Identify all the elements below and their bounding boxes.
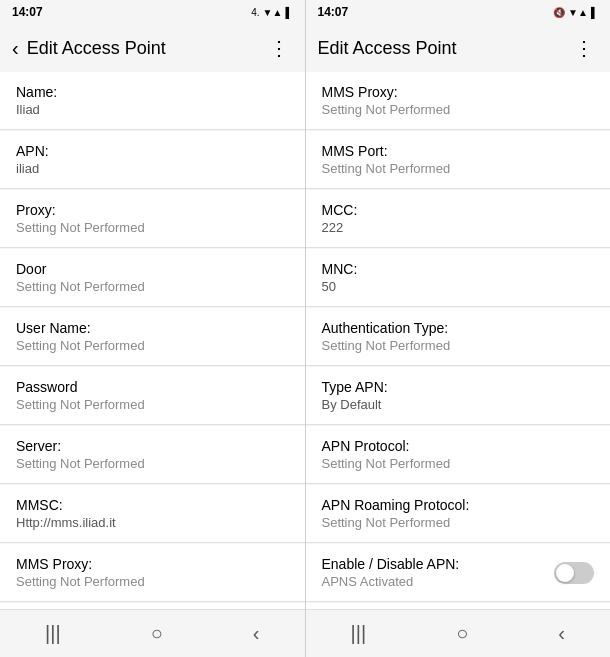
field-door[interactable]: Door Setting Not Performed [0,249,305,307]
toggle-row: Enable / Disable APN: APNS Activated [322,556,595,589]
field-mmsc-label: MMSC: [16,497,289,513]
field-mms-proxy[interactable]: MMS Proxy: Setting Not Performed [0,544,305,602]
back-nav-left[interactable]: ‹ [253,622,260,645]
menu-nav-left[interactable]: ||| [45,622,61,645]
signal-icon-left: 4. [251,7,259,18]
field-enable-apn-value: APNS Activated [322,574,460,589]
field-mcc-label: MCC: [322,202,595,218]
field-apn[interactable]: APN: iliad [0,131,305,189]
field-mms-port-r[interactable]: MMS Port: Setting Not Performed [306,131,611,189]
field-mnc-label: MNC: [322,261,595,277]
field-apn-value: iliad [16,161,289,176]
field-type-apn[interactable]: Type APN: By Default [306,367,611,425]
field-password-value: Setting Not Performed [16,397,289,412]
field-mmsc[interactable]: MMSC: Http://mms.iliad.it [0,485,305,543]
time-right: 14:07 [318,5,349,19]
content-left: Name: Iliad APN: iliad Proxy: Setting No… [0,72,305,609]
field-mcc[interactable]: MCC: 222 [306,190,611,248]
home-nav-left[interactable]: ○ [151,622,163,645]
top-bar-left: ‹ Edit Access Point ⋮ [0,24,305,72]
signal-icon-right: ▼▲ [568,7,588,18]
content-right: MMS Proxy: Setting Not Performed MMS Por… [306,72,611,609]
field-auth-type-value: Setting Not Performed [322,338,595,353]
field-mnc[interactable]: MNC: 50 [306,249,611,307]
home-nav-right[interactable]: ○ [456,622,468,645]
field-password[interactable]: Password Setting Not Performed [0,367,305,425]
field-type-apn-value: By Default [322,397,595,412]
more-menu-right[interactable]: ⋮ [570,32,598,64]
field-apn-roaming-label: APN Roaming Protocol: [322,497,595,513]
field-mms-port-value-r: Setting Not Performed [322,161,595,176]
field-proxy-value: Setting Not Performed [16,220,289,235]
status-bar-right: 14:07 🔇 ▼▲ ▌ [306,0,611,24]
field-name-label: Name: [16,84,289,100]
status-bar-left: 14:07 4. ▼▲ ▌ [0,0,305,24]
field-mms-proxy-label-r: MMS Proxy: [322,84,595,100]
field-auth-type[interactable]: Authentication Type: Setting Not Perform… [306,308,611,366]
battery-icon-left: ▌ [285,7,292,18]
apn-toggle[interactable] [554,562,594,584]
field-proxy[interactable]: Proxy: Setting Not Performed [0,190,305,248]
field-server-value: Setting Not Performed [16,456,289,471]
mute-icon-right: 🔇 [553,7,565,18]
field-apn-roaming-value: Setting Not Performed [322,515,595,530]
enable-apn-text: Enable / Disable APN: APNS Activated [322,556,460,589]
nav-bar-left: ||| ○ ‹ [0,609,305,657]
field-enable-apn-label: Enable / Disable APN: [322,556,460,572]
field-server[interactable]: Server: Setting Not Performed [0,426,305,484]
status-icons-left: 4. ▼▲ ▌ [251,7,292,18]
page-title-right: Edit Access Point [318,38,571,59]
field-door-label: Door [16,261,289,277]
field-password-label: Password [16,379,289,395]
field-mnc-value: 50 [322,279,595,294]
field-mms-proxy-value-r: Setting Not Performed [322,102,595,117]
field-proxy-label: Proxy: [16,202,289,218]
field-username-value: Setting Not Performed [16,338,289,353]
field-mms-port-label-r: MMS Port: [322,143,595,159]
field-apn-protocol-value: Setting Not Performed [322,456,595,471]
battery-icon-right: ▌ [591,7,598,18]
field-server-label: Server: [16,438,289,454]
status-icons-right: 🔇 ▼▲ ▌ [553,7,598,18]
screen-left: 14:07 4. ▼▲ ▌ ‹ Edit Access Point ⋮ Name… [0,0,305,657]
screen-right: 14:07 🔇 ▼▲ ▌ Edit Access Point ⋮ MMS Pro… [305,0,611,657]
back-button-left[interactable]: ‹ [12,37,19,60]
field-auth-type-label: Authentication Type: [322,320,595,336]
field-door-value: Setting Not Performed [16,279,289,294]
top-bar-right: Edit Access Point ⋮ [306,24,611,72]
field-mms-proxy-value: Setting Not Performed [16,574,289,589]
field-apn-label: APN: [16,143,289,159]
field-mms-proxy-label: MMS Proxy: [16,556,289,572]
field-apn-roaming[interactable]: APN Roaming Protocol: Setting Not Perfor… [306,485,611,543]
field-mmsc-value: Http://mms.iliad.it [16,515,289,530]
field-mms-proxy-r[interactable]: MMS Proxy: Setting Not Performed [306,72,611,130]
wifi-icon-left: ▼▲ [263,7,283,18]
time-left: 14:07 [12,5,43,19]
field-name[interactable]: Name: Iliad [0,72,305,130]
back-nav-right[interactable]: ‹ [558,622,565,645]
field-username-label: User Name: [16,320,289,336]
field-name-value: Iliad [16,102,289,117]
field-apn-protocol[interactable]: APN Protocol: Setting Not Performed [306,426,611,484]
field-apn-protocol-label: APN Protocol: [322,438,595,454]
nav-bar-right: ||| ○ ‹ [306,609,611,657]
field-username[interactable]: User Name: Setting Not Performed [0,308,305,366]
field-mcc-value: 222 [322,220,595,235]
more-menu-left[interactable]: ⋮ [265,32,293,64]
menu-nav-right[interactable]: ||| [351,622,367,645]
field-type-apn-label: Type APN: [322,379,595,395]
page-title-left: Edit Access Point [27,38,265,59]
field-enable-apn[interactable]: Enable / Disable APN: APNS Activated [306,544,611,602]
